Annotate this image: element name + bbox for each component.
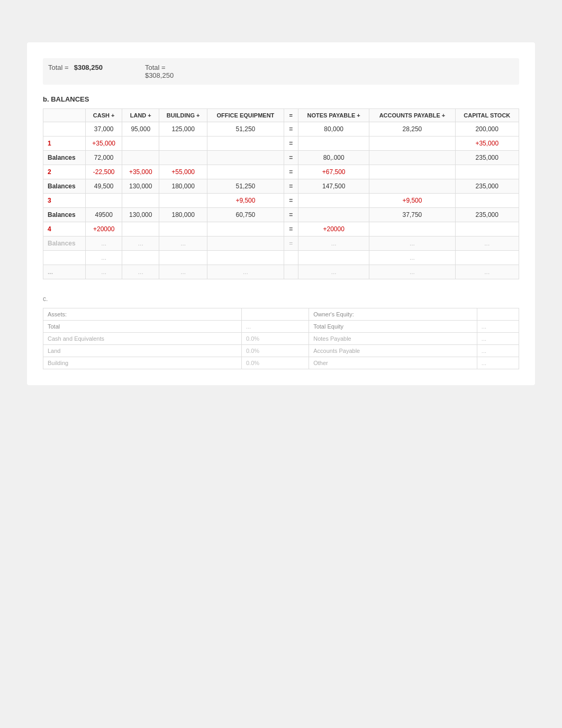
footer-notes-label: Notes Payable <box>309 333 477 345</box>
footer-row-5: Building 0.0% Other ... <box>43 357 519 369</box>
cell-accounts: +9,500 <box>369 194 455 208</box>
table-row: 4+20000=+20000 <box>43 222 519 236</box>
cell-building <box>159 222 207 236</box>
cell-office <box>207 236 284 251</box>
table-header-row: CASH + LAND + BUILDING + OFFICE EQUIPMEN… <box>43 109 519 122</box>
total-left-label: Total = <box>48 63 69 79</box>
cell-capital: 235,000 <box>455 208 519 222</box>
cell-office: 51,250 <box>207 122 284 136</box>
cell-office <box>207 222 284 236</box>
table-row: 1+35,000=+35,000 <box>43 136 519 151</box>
cell-capital: ... <box>455 265 519 279</box>
col-label <box>43 109 86 122</box>
cell-notes: ... <box>298 265 369 279</box>
cell-capital: +35,000 <box>455 136 519 151</box>
col-cash: CASH + <box>85 109 122 122</box>
cell-land: 130,000 <box>122 179 159 194</box>
cell-notes <box>298 208 369 222</box>
col-building: BUILDING + <box>159 109 207 122</box>
cell-notes <box>298 194 369 208</box>
cell-building <box>159 251 207 265</box>
row-label: ... <box>43 265 86 279</box>
cell-office: 51,250 <box>207 179 284 194</box>
cell-building: ... <box>159 236 207 251</box>
row-label: 2 <box>43 165 86 179</box>
cell-notes: 147,500 <box>298 179 369 194</box>
footer-total-val: ... <box>241 321 309 333</box>
row-label: 4 <box>43 222 86 236</box>
footer-land-label: Land <box>43 345 242 357</box>
footer-other-label: Other <box>309 357 477 369</box>
cell-building: ... <box>159 265 207 279</box>
footer-empty1 <box>241 308 309 321</box>
section-b-label: b. BALANCES <box>43 95 519 103</box>
cell-cash: 37,000 <box>85 122 122 136</box>
cell-accounts <box>369 151 455 165</box>
footer-land-pct: 0.0% <box>241 345 309 357</box>
footer-notes-val: ... <box>477 333 519 345</box>
col-office: OFFICE EQUIPMENT <box>207 109 284 122</box>
cell-equals: = <box>284 151 298 165</box>
cell-equals: = <box>284 179 298 194</box>
cell-equals: = <box>284 236 298 251</box>
cell-equals <box>284 251 298 265</box>
cell-land: 95,000 <box>122 122 159 136</box>
cell-capital <box>455 194 519 208</box>
footer-row-4: Land 0.0% Accounts Payable ... <box>43 345 519 357</box>
total-left-value: $308,250 <box>74 63 103 79</box>
cell-cash: ... <box>85 265 122 279</box>
cell-accounts: ... <box>369 251 455 265</box>
cell-land: ... <box>122 265 159 279</box>
cell-cash: 72,000 <box>85 151 122 165</box>
cell-cash: +35,000 <box>85 136 122 151</box>
cell-land <box>122 222 159 236</box>
total-row: Total = $308,250 Total =$308,250 <box>43 58 519 85</box>
cell-equals: = <box>284 136 298 151</box>
cell-office: 60,750 <box>207 208 284 222</box>
cell-building <box>159 151 207 165</box>
col-equals: = <box>284 109 298 122</box>
cell-accounts <box>369 179 455 194</box>
col-notes: NOTES PAYABLE + <box>298 109 369 122</box>
cell-equals: = <box>284 122 298 136</box>
footer-equity-label: Owner's Equity: <box>309 308 477 321</box>
cell-accounts <box>369 222 455 236</box>
cell-capital <box>455 165 519 179</box>
footer-equity-total: Total Equity <box>309 321 477 333</box>
page-container: Total = $308,250 Total =$308,250 b. BALA… <box>27 42 535 385</box>
cell-capital: 200,000 <box>455 122 519 136</box>
cell-notes: ... <box>298 236 369 251</box>
footer-acc-label: Accounts Payable <box>309 345 477 357</box>
cell-notes <box>298 251 369 265</box>
cell-land <box>122 136 159 151</box>
col-capital: CAPITAL STOCK <box>455 109 519 122</box>
table-row: 3+9,500=+9,500 <box>43 194 519 208</box>
cell-notes: 80,.000 <box>298 151 369 165</box>
row-label: 3 <box>43 194 86 208</box>
cell-capital: 235,000 <box>455 179 519 194</box>
table-row: ...... <box>43 251 519 265</box>
cell-land <box>122 251 159 265</box>
total-left: Total = $308,250 <box>48 63 103 79</box>
col-land: LAND + <box>122 109 159 122</box>
footer-total-label: Total <box>43 321 242 333</box>
col-accounts: ACCOUNTS PAYABLE + <box>369 109 455 122</box>
cell-accounts: ... <box>369 236 455 251</box>
row-label <box>43 251 86 265</box>
cell-equals: = <box>284 222 298 236</box>
table-row: Balances49,500130,000180,00051,250=147,5… <box>43 179 519 194</box>
table-row: 2-22,500+35,000+55,000=+67,500 <box>43 165 519 179</box>
section-c-label: c. <box>43 295 519 303</box>
table-row: ........................ <box>43 265 519 279</box>
table-row: 37,00095,000125,00051,250=80,00028,25020… <box>43 122 519 136</box>
cell-office <box>207 165 284 179</box>
cell-office <box>207 136 284 151</box>
footer-cash-pct: 0.0% <box>241 333 309 345</box>
cell-equals: = <box>284 165 298 179</box>
row-label: 1 <box>43 136 86 151</box>
cell-land <box>122 194 159 208</box>
cell-cash <box>85 194 122 208</box>
cell-land: ... <box>122 236 159 251</box>
cell-land: 130,000 <box>122 208 159 222</box>
cell-office <box>207 251 284 265</box>
